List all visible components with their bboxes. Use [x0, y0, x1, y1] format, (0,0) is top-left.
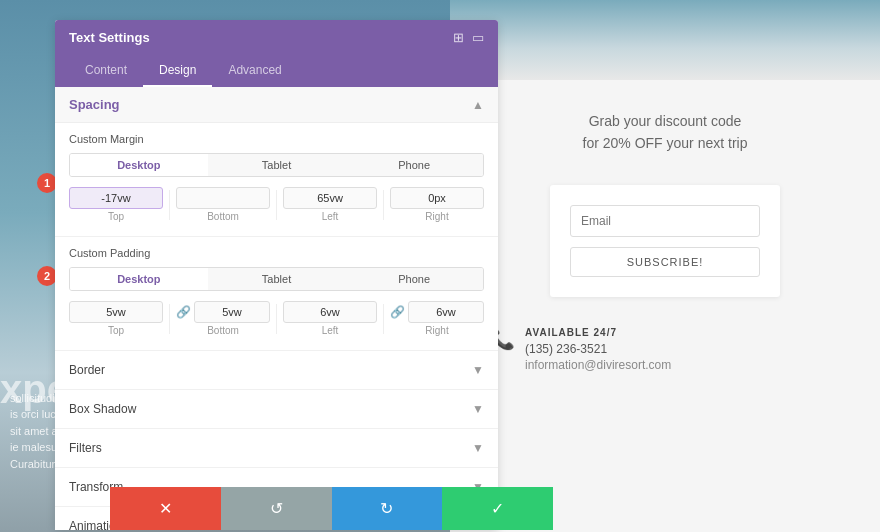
spacing-toggle[interactable]: ▲ — [472, 98, 484, 112]
undo-button[interactable]: ↺ — [221, 487, 332, 530]
margin-top-group: Top — [69, 187, 163, 222]
panel-tabs: Content Design Advanced — [55, 55, 498, 87]
border-chevron: ▼ — [472, 363, 484, 377]
subscribe-box: SUBSCRIBE! — [550, 185, 780, 297]
divider-1 — [169, 190, 170, 220]
right-top-image — [450, 0, 880, 80]
margin-bottom-group: Bottom — [176, 187, 270, 222]
link-icon-right: 🔗 — [390, 305, 405, 319]
save-icon: ✓ — [491, 499, 504, 518]
save-button[interactable]: ✓ — [442, 487, 553, 530]
available-email: information@diviresort.com — [525, 358, 671, 372]
padding-left-label: Left — [322, 325, 339, 336]
custom-margin-label: Custom Margin — [69, 133, 484, 145]
custom-padding-section: Custom Padding Desktop Tablet Phone Top … — [55, 237, 498, 351]
expand-icon[interactable]: ▭ — [472, 30, 484, 45]
custom-padding-label: Custom Padding — [69, 247, 484, 259]
box-shadow-title: Box Shadow — [69, 402, 136, 416]
available-info: AVAILABLE 24/7 (135) 236-3521 informatio… — [525, 327, 671, 372]
available-section: 📞 AVAILABLE 24/7 (135) 236-3521 informat… — [490, 327, 671, 372]
tab-content[interactable]: Content — [69, 55, 143, 87]
filters-chevron: ▼ — [472, 441, 484, 455]
available-text: AVAILABLE 24/7 — [525, 327, 671, 338]
settings-icon[interactable]: ⊞ — [453, 30, 464, 45]
redo-icon: ↻ — [380, 499, 393, 518]
padding-left-input[interactable] — [283, 301, 377, 323]
margin-left-group: Left — [283, 187, 377, 222]
margin-inputs: Top Bottom Left Right — [69, 187, 484, 222]
padding-left-group: Left — [283, 301, 377, 336]
bottom-toolbar: ✕ ↺ ↻ ✓ — [110, 487, 553, 530]
padding-bottom-linked: 🔗 — [176, 301, 270, 323]
right-panel: Grab your discount code for 20% OFF your… — [450, 0, 880, 532]
box-shadow-chevron: ▼ — [472, 402, 484, 416]
redo-button[interactable]: ↻ — [332, 487, 443, 530]
panel-header: Text Settings ⊞ ▭ — [55, 20, 498, 55]
margin-left-input[interactable] — [283, 187, 377, 209]
padding-right-label: Right — [425, 325, 448, 336]
spacing-title: Spacing — [69, 97, 120, 112]
border-section[interactable]: Border ▼ — [55, 351, 498, 390]
margin-top-input[interactable] — [69, 187, 163, 209]
margin-device-tabs: Desktop Tablet Phone — [69, 153, 484, 177]
margin-tablet-tab[interactable]: Tablet — [208, 154, 346, 176]
padding-top-input[interactable] — [69, 301, 163, 323]
padding-inputs: Top 🔗 Bottom Left — [69, 301, 484, 336]
padding-right-linked: 🔗 — [390, 301, 484, 323]
margin-right-label: Right — [425, 211, 448, 222]
discount-text: Grab your discount code for 20% OFF your… — [583, 110, 748, 155]
padding-tablet-tab[interactable]: Tablet — [208, 268, 346, 290]
right-content: Grab your discount code for 20% OFF your… — [450, 80, 880, 532]
padding-phone-tab[interactable]: Phone — [345, 268, 483, 290]
custom-margin-section: Custom Margin Desktop Tablet Phone Top B… — [55, 123, 498, 237]
tab-advanced[interactable]: Advanced — [212, 55, 297, 87]
divider-3 — [383, 190, 384, 220]
divider-5 — [276, 304, 277, 334]
padding-bottom-input[interactable] — [194, 301, 270, 323]
padding-top-group: Top — [69, 301, 163, 336]
divider-4 — [169, 304, 170, 334]
panel-title: Text Settings — [69, 30, 150, 45]
border-title: Border — [69, 363, 105, 377]
margin-desktop-tab[interactable]: Desktop — [70, 154, 208, 176]
email-input[interactable] — [570, 205, 760, 237]
margin-phone-tab[interactable]: Phone — [345, 154, 483, 176]
available-phone: (135) 236-3521 — [525, 342, 671, 356]
subscribe-button[interactable]: SUBSCRIBE! — [570, 247, 760, 277]
padding-bottom-group: 🔗 Bottom — [176, 301, 270, 336]
discount-line1: Grab your discount code — [583, 110, 748, 132]
link-icon-bottom: 🔗 — [176, 305, 191, 319]
cancel-button[interactable]: ✕ — [110, 487, 221, 530]
padding-right-input[interactable] — [408, 301, 484, 323]
box-shadow-section[interactable]: Box Shadow ▼ — [55, 390, 498, 429]
filters-section[interactable]: Filters ▼ — [55, 429, 498, 468]
panel-body: Spacing ▲ Custom Margin Desktop Tablet P… — [55, 87, 498, 530]
tab-design[interactable]: Design — [143, 55, 212, 87]
margin-bottom-input[interactable] — [176, 187, 270, 209]
padding-bottom-label: Bottom — [207, 325, 239, 336]
spacing-section-header: Spacing ▲ — [55, 87, 498, 123]
undo-icon: ↺ — [270, 499, 283, 518]
margin-right-input[interactable] — [390, 187, 484, 209]
panel-header-icons: ⊞ ▭ — [453, 30, 484, 45]
margin-bottom-label: Bottom — [207, 211, 239, 222]
step-badge-2: 2 — [37, 266, 57, 286]
margin-left-label: Left — [322, 211, 339, 222]
discount-line2: for 20% OFF your next trip — [583, 132, 748, 154]
padding-right-group: 🔗 Right — [390, 301, 484, 336]
divider-2 — [276, 190, 277, 220]
cancel-icon: ✕ — [159, 499, 172, 518]
step-badge-1: 1 — [37, 173, 57, 193]
margin-right-group: Right — [390, 187, 484, 222]
filters-title: Filters — [69, 441, 102, 455]
padding-top-label: Top — [108, 325, 124, 336]
margin-top-label: Top — [108, 211, 124, 222]
padding-desktop-tab[interactable]: Desktop — [70, 268, 208, 290]
divider-6 — [383, 304, 384, 334]
settings-panel: Text Settings ⊞ ▭ Content Design Advance… — [55, 20, 498, 530]
padding-device-tabs: Desktop Tablet Phone — [69, 267, 484, 291]
